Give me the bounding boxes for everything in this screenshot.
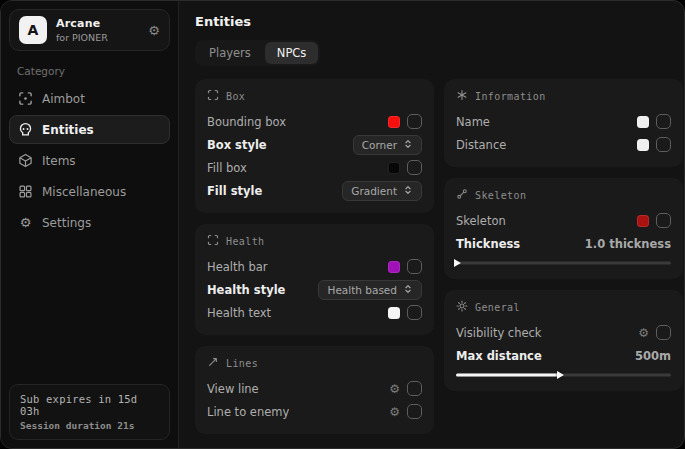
select-value: Corner	[362, 139, 397, 151]
sidebar-item-label: Miscellaneous	[42, 185, 126, 199]
max-distance-slider[interactable]	[456, 369, 671, 380]
setting-label: Thickness	[456, 237, 520, 251]
sidebar-item-label: Entities	[42, 123, 94, 137]
bounding-box-checkbox[interactable]	[407, 114, 422, 129]
setting-row: Skeleton	[456, 209, 671, 232]
setting-label: Line to enemy	[207, 405, 289, 419]
setting-row: Bounding box	[207, 110, 422, 133]
card-header: General	[456, 300, 671, 314]
health-style-select[interactable]: Health based	[318, 280, 422, 300]
brand-card: A Arcane for PIONER ⚙	[9, 9, 170, 51]
package-icon	[18, 153, 33, 168]
setting-row: Line to enemy ⚙	[207, 400, 422, 423]
setting-row: Health text	[207, 301, 422, 324]
color-swatch[interactable]	[637, 215, 649, 227]
color-swatch[interactable]	[388, 116, 400, 128]
select-value: Health based	[327, 284, 397, 296]
setting-row: Health bar	[207, 255, 422, 278]
max-distance-value: 500m	[635, 349, 671, 363]
name-checkbox[interactable]	[656, 114, 671, 129]
health-bar-checkbox[interactable]	[407, 259, 422, 274]
sidebar-item-label: Settings	[42, 216, 91, 230]
diagonal-line-icon	[207, 356, 219, 370]
slider-track[interactable]	[456, 261, 671, 264]
session-duration-text: Session duration 21s	[20, 420, 159, 431]
brand-subtitle: for PIONER	[56, 32, 108, 43]
color-swatch[interactable]	[637, 116, 649, 128]
right-column: Information Name Distance	[444, 79, 683, 391]
sidebar-item-items[interactable]: Items	[9, 146, 170, 175]
gear-icon[interactable]: ⚙	[389, 406, 400, 418]
chevron-up-down-icon	[403, 185, 413, 197]
brand-logo: A	[19, 16, 47, 44]
app-window: A Arcane for PIONER ⚙ Category Aimbot En…	[0, 0, 685, 449]
slider-handle[interactable]	[557, 371, 564, 379]
brackets-icon	[207, 89, 219, 103]
box-style-select[interactable]: Corner	[353, 135, 422, 155]
chevron-up-down-icon	[403, 284, 413, 296]
sidebar: A Arcane for PIONER ⚙ Category Aimbot En…	[1, 1, 179, 448]
thickness-slider[interactable]	[456, 257, 671, 268]
setting-label: Fill box	[207, 161, 247, 175]
category-label: Category	[17, 65, 162, 77]
health-text-checkbox[interactable]	[407, 305, 422, 320]
chevron-up-down-icon	[403, 139, 413, 151]
brand-title: Arcane	[56, 17, 108, 30]
sidebar-item-aimbot[interactable]: Aimbot	[9, 84, 170, 113]
gear-icon[interactable]: ⚙	[148, 24, 160, 37]
visibility-check-checkbox[interactable]	[656, 325, 671, 340]
color-swatch[interactable]	[388, 261, 400, 273]
color-swatch[interactable]	[388, 307, 400, 319]
card-header: Skeleton	[456, 188, 671, 202]
sidebar-nav: Aimbot Entities Items Miscellaneous	[1, 84, 178, 237]
color-swatch[interactable]	[637, 139, 649, 151]
thickness-value: 1.0 thickness	[585, 237, 671, 251]
card-title: Information	[475, 91, 546, 102]
card-skeleton: Skeleton Skeleton Thickness 1.0 thicknes…	[444, 178, 683, 279]
setting-label: Box style	[207, 138, 267, 152]
setting-label: View line	[207, 382, 259, 396]
setting-row: Box style Corner	[207, 133, 422, 156]
color-swatch[interactable]	[388, 162, 400, 174]
gear-icon[interactable]: ⚙	[389, 383, 400, 395]
crosshair-icon	[18, 91, 33, 106]
skeleton-checkbox[interactable]	[656, 213, 671, 228]
card-general: General Visibility check ⚙ Max distance …	[444, 290, 683, 391]
sidebar-item-label: Items	[42, 154, 76, 168]
setting-row: Distance	[456, 133, 671, 156]
setting-row: Visibility check ⚙	[456, 321, 671, 344]
setting-label: Skeleton	[456, 214, 506, 228]
tab-npcs[interactable]: NPCs	[265, 42, 319, 64]
setting-label: Fill style	[207, 184, 262, 198]
grid-icon	[18, 184, 33, 199]
slider-fill	[456, 373, 559, 376]
card-header: Lines	[207, 356, 422, 370]
card-title: General	[475, 302, 520, 313]
card-health: Health Health bar Health style Health ba…	[195, 224, 434, 335]
subscription-card: Sub expires in 15d 03h Session duration …	[9, 384, 170, 440]
sidebar-item-entities[interactable]: Entities	[9, 115, 170, 144]
setting-row: Fill style Gradient	[207, 179, 422, 202]
setting-row: Thickness 1.0 thickness	[456, 232, 671, 255]
distance-checkbox[interactable]	[656, 137, 671, 152]
sidebar-item-miscellaneous[interactable]: Miscellaneous	[9, 177, 170, 206]
card-header: Box	[207, 89, 422, 103]
card-columns: Box Bounding box Box style Corner	[195, 79, 683, 434]
view-line-checkbox[interactable]	[407, 381, 422, 396]
gear-icon[interactable]: ⚙	[638, 327, 649, 339]
card-lines: Lines View line ⚙ Line to enemy ⚙	[195, 346, 434, 434]
slider-handle[interactable]	[454, 259, 461, 267]
setting-label: Health text	[207, 306, 271, 320]
line-to-enemy-checkbox[interactable]	[407, 404, 422, 419]
fill-box-checkbox[interactable]	[407, 160, 422, 175]
tab-players[interactable]: Players	[197, 42, 263, 64]
left-column: Box Bounding box Box style Corner	[195, 79, 434, 434]
fill-style-select[interactable]: Gradient	[342, 181, 422, 201]
tab-group: Players NPCs	[195, 40, 320, 66]
card-title: Health	[226, 236, 265, 247]
sidebar-item-settings[interactable]: ⚙ Settings	[9, 208, 170, 237]
setting-label: Health style	[207, 283, 285, 297]
setting-row: View line ⚙	[207, 377, 422, 400]
setting-label: Max distance	[456, 349, 542, 363]
sub-expiry-text: Sub expires in 15d 03h	[20, 393, 159, 417]
